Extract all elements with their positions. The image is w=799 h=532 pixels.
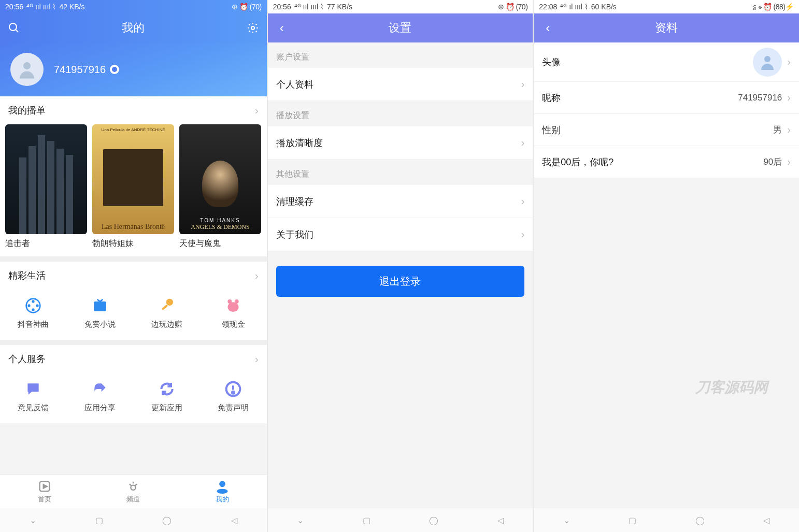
tab-mine[interactable]: 我的: [178, 475, 267, 508]
settings-icon[interactable]: [246, 21, 260, 35]
status-time: 20:56: [5, 3, 23, 11]
row-label: 我是00后，你呢?: [542, 156, 613, 168]
recents-icon[interactable]: ▢: [629, 515, 636, 525]
svg-point-2: [251, 26, 254, 30]
playlist-item-title: 勃朗特姐妹: [92, 238, 174, 249]
status-time: 20:56: [273, 3, 291, 11]
row-label: 播放清晰度: [276, 137, 323, 149]
chevron-right-icon: ›: [521, 137, 525, 149]
feature-label: 抖音神曲: [18, 320, 49, 329]
navbar: ‹ 设置: [268, 13, 533, 42]
tab-label: 频道: [126, 495, 140, 504]
section-service[interactable]: 个人服务 ›: [0, 345, 267, 373]
feature-share-app[interactable]: 应用分享: [67, 380, 134, 413]
chevron-down-icon[interactable]: ⌄: [30, 515, 36, 525]
feature-label: 领现金: [222, 320, 245, 329]
playlist-item[interactable]: TOM HANKS ANGELS & DEMONS 天使与魔鬼: [179, 124, 261, 249]
back-icon[interactable]: ‹: [275, 21, 289, 35]
row-avatar[interactable]: 头像 ›: [534, 42, 799, 82]
row-nickname[interactable]: 昵称 741957916›: [534, 82, 799, 114]
section-life[interactable]: 精彩生活 ›: [0, 262, 267, 290]
back-icon[interactable]: ‹: [541, 21, 554, 35]
svg-point-23: [217, 488, 227, 493]
recents-icon[interactable]: ▢: [363, 515, 370, 525]
page-title: 资料: [554, 20, 778, 36]
home-icon[interactable]: ◯: [695, 515, 705, 525]
poster-image: TOM HANKS ANGELS & DEMONS: [179, 124, 261, 234]
chevron-down-icon[interactable]: ⌄: [563, 515, 570, 525]
navbar: ‹ 资料: [534, 13, 799, 42]
feature-label: 免费小说: [84, 320, 116, 329]
status-right: ⫉ ⊕ ⏰ (88)⚡: [753, 3, 794, 11]
row-value: 741957916: [738, 93, 782, 103]
tv-icon: [91, 297, 109, 314]
logout-button[interactable]: 退出登录: [276, 266, 525, 297]
row-gender[interactable]: 性别 男›: [534, 114, 799, 146]
svg-rect-10: [94, 301, 106, 311]
tab-channel[interactable]: 频道: [89, 475, 178, 508]
row-label: 关于我们: [276, 228, 313, 241]
playlist-item-title: 追击者: [5, 238, 87, 249]
svg-marker-20: [43, 484, 47, 488]
profile-header[interactable]: 741957916: [0, 42, 267, 96]
playlist-covers: 追击者 Una Pelicula de ANDRÉ TÉCHINÉ Las He…: [0, 124, 267, 256]
svg-point-7: [32, 308, 35, 311]
playlist-item[interactable]: Una Pelicula de ANDRÉ TÉCHINÉ Las Herman…: [92, 124, 174, 249]
chevron-down-icon[interactable]: ⌄: [297, 515, 304, 525]
feature-play-earn[interactable]: 边玩边赚: [133, 297, 200, 329]
row-value: 男: [773, 124, 782, 136]
status-right: ⊕ ⏰ (70): [232, 3, 262, 11]
avatar: [753, 48, 782, 77]
section-my-playlist[interactable]: 我的播单 ›: [0, 96, 267, 124]
chevron-right-icon: ›: [255, 105, 259, 117]
back-icon[interactable]: ◁: [763, 515, 769, 525]
info-icon: [224, 380, 242, 398]
svg-point-0: [9, 23, 17, 31]
row-clear-cache[interactable]: 清理缓存 ›: [268, 185, 533, 218]
home-icon[interactable]: ◯: [162, 515, 172, 525]
svg-point-18: [232, 392, 234, 394]
feature-label: 边玩边赚: [151, 320, 182, 329]
search-icon[interactable]: [7, 21, 21, 35]
home-icon[interactable]: ◯: [429, 515, 438, 525]
feature-free-novel[interactable]: 免费小说: [67, 297, 134, 329]
feature-update-app[interactable]: 更新应用: [133, 380, 200, 413]
status-bar: 22:08 ⁴ᴳ ıl ıııl ⌇ 60 KB/s ⫉ ⊕ ⏰ (88)⚡: [534, 0, 799, 13]
watermark: 刀客源码网: [695, 378, 768, 397]
feature-get-cash[interactable]: 领现金: [200, 297, 267, 329]
recents-icon[interactable]: ▢: [95, 515, 103, 525]
chevron-right-icon: ›: [521, 78, 525, 90]
android-nav-bar: ⌄ ▢ ◯ ◁: [268, 508, 533, 532]
status-bar: 20:56 ⁴ᴳ ııl ıııl ⌇ 42 KB/s ⊕ ⏰ (70): [0, 0, 267, 13]
life-features: 抖音神曲 免费小说 边玩边赚 领现金: [0, 290, 267, 340]
back-icon[interactable]: ◁: [231, 515, 237, 525]
chevron-right-icon: ›: [787, 56, 791, 68]
user-id: 741957916: [54, 64, 106, 76]
feature-feedback[interactable]: 意见反馈: [0, 380, 67, 413]
row-about-us[interactable]: 关于我们 ›: [268, 218, 533, 251]
playlist-item[interactable]: 追击者: [5, 124, 87, 249]
screen-settings: 20:56 ⁴ᴳ ııl ıııl ⌇ 77 KB/s ⊕ ⏰ (70) ‹ 设…: [268, 0, 533, 532]
back-icon[interactable]: ◁: [497, 515, 504, 525]
tab-home[interactable]: 首页: [0, 475, 89, 508]
bear-icon: [224, 297, 242, 314]
row-playback-quality[interactable]: 播放清晰度 ›: [268, 126, 533, 160]
section-label: 我的播单: [8, 104, 46, 117]
microphone-icon: [158, 297, 176, 314]
status-time: 22:08: [539, 3, 557, 11]
feature-douyin-music[interactable]: 抖音神曲: [0, 297, 67, 329]
avatar[interactable]: [10, 53, 44, 86]
poster-image: Una Pelicula de ANDRÉ TÉCHINÉ Las Herman…: [92, 124, 174, 234]
row-personal-info[interactable]: 个人资料 ›: [268, 68, 533, 101]
svg-line-1: [16, 30, 18, 32]
feature-disclaimer[interactable]: 免责声明: [200, 380, 267, 413]
row-label: 昵称: [542, 92, 561, 104]
row-age-group[interactable]: 我是00后，你呢? 90后›: [534, 146, 799, 178]
chevron-right-icon: ›: [521, 228, 525, 240]
service-features: 意见反馈 应用分享 更新应用 免责声明: [0, 373, 267, 423]
row-label: 个人资料: [276, 78, 313, 91]
chat-icon: [24, 380, 42, 398]
row-value: 90后: [763, 156, 782, 168]
status-speed: 60 KB/s: [591, 3, 617, 11]
chevron-right-icon: ›: [787, 156, 791, 168]
